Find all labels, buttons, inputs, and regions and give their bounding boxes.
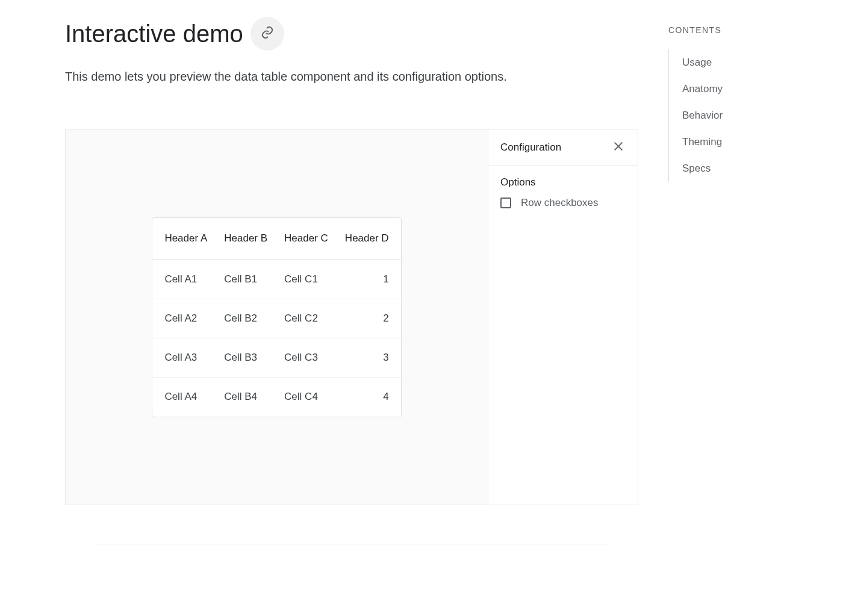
demo-frame: Header A Header B Header C Header D Cell…	[65, 129, 638, 505]
table-header-cell: Header D	[345, 218, 401, 260]
option-label: Row checkboxes	[521, 197, 599, 209]
options-heading: Options	[500, 176, 626, 188]
checkbox-icon	[500, 198, 511, 208]
table-header-cell: Header C	[284, 218, 345, 260]
table-row: Cell A2 Cell B2 Cell C2 2	[152, 299, 400, 338]
table-cell: 2	[345, 299, 401, 338]
data-table: Header A Header B Header C Header D Cell…	[152, 217, 401, 417]
table-cell: Cell B4	[224, 378, 284, 417]
toc-link-behavior[interactable]: Behavior	[669, 102, 789, 129]
link-icon	[260, 25, 275, 42]
table-cell: Cell C1	[284, 260, 345, 299]
table-cell: Cell A1	[152, 260, 224, 299]
close-configuration-button[interactable]	[609, 138, 628, 157]
toc-link-theming[interactable]: Theming	[669, 129, 789, 155]
page-title: Interactive demo	[65, 20, 243, 48]
configuration-panel: Configuration Options Ro	[488, 129, 638, 505]
toc-link-anatomy[interactable]: Anatomy	[669, 76, 789, 102]
table-cell: Cell B3	[224, 338, 284, 378]
table-header-cell: Header B	[224, 218, 284, 260]
table-row: Cell A3 Cell B3 Cell C3 3	[152, 338, 400, 378]
table-cell: Cell A2	[152, 299, 224, 338]
table-row: Cell A1 Cell B1 Cell C1 1	[152, 260, 400, 299]
table-cell: Cell A3	[152, 338, 224, 378]
table-of-contents: Contents Usage Anatomy Behavior Theming …	[668, 14, 789, 544]
copy-link-button[interactable]	[250, 17, 284, 51]
table-cell: Cell C3	[284, 338, 345, 378]
table-header-row: Header A Header B Header C Header D	[152, 218, 400, 260]
table-header-cell: Header A	[152, 218, 224, 260]
divider	[96, 544, 608, 544]
table-cell: 4	[345, 378, 401, 417]
table-cell: 1	[345, 260, 401, 299]
row-checkboxes-option[interactable]: Row checkboxes	[500, 197, 626, 209]
table-cell: Cell C2	[284, 299, 345, 338]
preview-area: Header A Header B Header C Header D Cell…	[66, 129, 488, 505]
table-cell: Cell B2	[224, 299, 284, 338]
close-icon	[612, 140, 624, 155]
intro-text: This demo lets you preview the data tabl…	[65, 67, 638, 86]
table-row: Cell A4 Cell B4 Cell C4 4	[152, 378, 400, 417]
toc-heading: Contents	[668, 25, 789, 35]
toc-link-specs[interactable]: Specs	[669, 155, 789, 182]
table-cell: Cell C4	[284, 378, 345, 417]
table-cell: 3	[345, 338, 401, 378]
table-cell: Cell A4	[152, 378, 224, 417]
toc-link-usage[interactable]: Usage	[669, 49, 789, 76]
table-cell: Cell B1	[224, 260, 284, 299]
configuration-title: Configuration	[500, 142, 561, 154]
